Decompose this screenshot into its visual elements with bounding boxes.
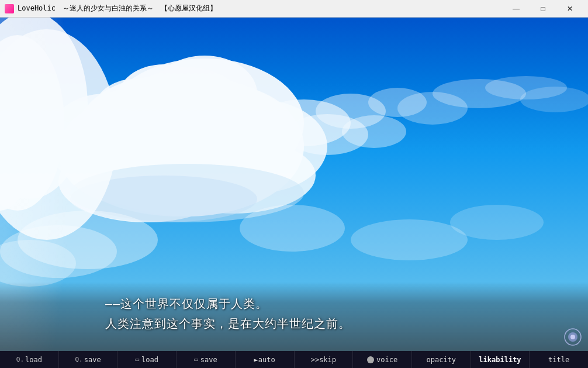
svg-point-24 — [520, 87, 588, 112]
q-save-icon: Q. — [75, 356, 82, 363]
svg-point-33 — [351, 219, 468, 260]
q-save-button[interactable]: Q. save — [59, 351, 118, 368]
titlebar: LoveHolic ～迷人的少女与白浊的关系～ 【心愿屋汉化组】 — □ ✕ — [0, 0, 588, 18]
dialogue-line-2: 人类注意到这个事实，是在大约半世纪之前。 — [105, 314, 565, 333]
close-button[interactable]: ✕ — [556, 0, 583, 18]
svg-point-34 — [450, 205, 544, 240]
likability-button[interactable]: likability — [471, 351, 530, 368]
svg-point-21 — [342, 115, 406, 148]
opacity-label: opacity — [426, 356, 456, 364]
auto-button[interactable]: ►auto — [236, 351, 295, 368]
q-save-label: save — [84, 356, 101, 364]
title-label: title — [548, 356, 569, 364]
likability-label: likability — [479, 356, 521, 364]
svg-point-38 — [570, 335, 575, 339]
dialogue-text: ——这个世界不仅仅属于人类。 人类注意到这个事实，是在大约半世纪之前。 — [105, 294, 565, 333]
q-load-label: load — [25, 356, 42, 364]
dialogue-box[interactable]: ——这个世界不仅仅属于人类。 人类注意到这个事实，是在大约半世纪之前。 — [0, 282, 588, 351]
q-load-button[interactable]: Q. load — [0, 351, 59, 368]
voice-button[interactable]: voice — [353, 351, 412, 368]
q-load-icon: Q. — [16, 356, 24, 363]
save-label: save — [200, 356, 217, 364]
skip-button[interactable]: >>skip — [295, 351, 354, 368]
save-button[interactable]: ▭ save — [177, 351, 236, 368]
load-button[interactable]: ▭ load — [117, 351, 177, 368]
skip-label: >>skip — [311, 356, 336, 364]
toolbar: Q. load Q. save ▭ load ▭ save ►auto >>sk… — [0, 351, 588, 368]
minimize-button[interactable]: — — [503, 0, 530, 18]
title-button[interactable]: title — [530, 351, 588, 368]
load-label: load — [141, 356, 158, 364]
auto-label: ►auto — [254, 356, 275, 364]
voice-label: voice — [376, 356, 397, 364]
game-viewport[interactable]: ——这个世界不仅仅属于人类。 人类注意到这个事实，是在大约半世纪之前。 — [0, 18, 588, 351]
voice-circle-icon — [367, 356, 374, 363]
opacity-button[interactable]: opacity — [412, 351, 471, 368]
load-icon: ▭ — [135, 356, 139, 363]
window-title: LoveHolic ～迷人的少女与白浊的关系～ 【心愿屋汉化组】 — [18, 4, 503, 13]
app-icon — [5, 4, 14, 13]
dialogue-line-1: ——这个世界不仅仅属于人类。 — [105, 294, 565, 314]
voice-indicator — [563, 328, 582, 346]
window-controls: — □ ✕ — [503, 0, 583, 18]
save-icon: ▭ — [194, 356, 198, 363]
svg-point-32 — [240, 205, 345, 252]
maximize-button[interactable]: □ — [530, 0, 556, 18]
